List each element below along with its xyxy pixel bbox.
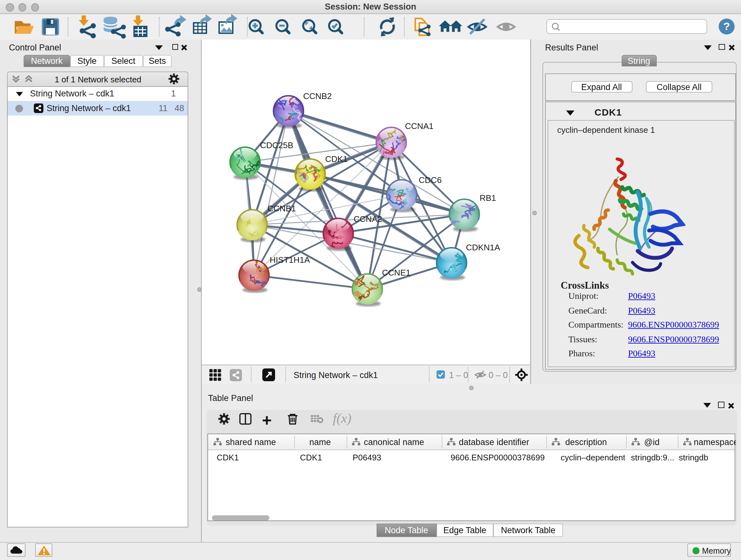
svg-text:RB1: RB1 [479,193,495,203]
svg-text:CDK1: CDK1 [325,154,347,164]
svg-text:CCNB2: CCNB2 [303,91,331,101]
svg-text:CCNA2: CCNA2 [353,214,382,224]
svg-text:CCNE1: CCNE1 [382,268,410,277]
svg-text:CDC25B: CDC25B [260,140,293,150]
svg-text:CDKN1A: CDKN1A [466,243,500,252]
svg-text:HIST1H1A: HIST1H1A [269,255,310,265]
svg-text:CDC6: CDC6 [418,175,441,185]
svg-text:CCNA1: CCNA1 [405,121,433,131]
svg-text:CCNB1: CCNB1 [267,204,295,213]
